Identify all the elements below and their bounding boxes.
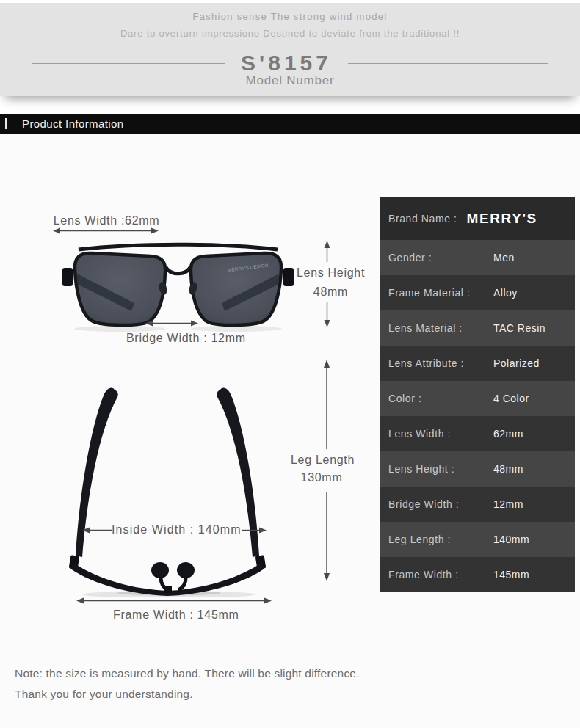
model-code-row: S'8157	[0, 50, 580, 76]
row-label: Leg Length :	[380, 534, 451, 545]
row-value: 145mm	[493, 569, 529, 580]
frame-width-annotation: Frame Width : 145mm	[113, 608, 238, 622]
lens-height-label: Lens Height	[296, 266, 366, 280]
lens-width-arrow-icon	[53, 226, 159, 236]
inside-width-annotation: Inside Width : 140mm	[112, 523, 240, 536]
model-banner: Fashion sense The strong wind model Dare…	[0, 3, 580, 96]
brand-label: Brand Name :	[380, 213, 457, 225]
row-value: 12mm	[493, 498, 523, 510]
row-label: Color :	[380, 393, 421, 404]
product-information-content: Lens Width :62mm Lens Height 48mm	[0, 134, 580, 728]
inside-width-arrow-left-icon	[82, 525, 112, 535]
divider-line-right	[348, 63, 548, 64]
row-label: Gender :	[380, 252, 432, 263]
table-row: Frame Material : Alloy	[380, 275, 575, 310]
table-row: Color : 4 Color	[380, 381, 575, 416]
inside-width-arrow-right-icon	[242, 525, 267, 535]
table-row: Lens Attribute : Polarized	[380, 346, 575, 381]
row-value: 62mm	[493, 428, 523, 440]
row-label: Frame Material :	[380, 287, 471, 299]
table-row: Gender : Men	[380, 240, 575, 275]
row-label: Lens Width :	[380, 428, 451, 440]
table-row: Lens Material : TAC Resin	[380, 310, 575, 346]
row-value: 4 Color	[493, 393, 529, 404]
frame-width-arrow-icon	[76, 596, 272, 605]
row-value: 48mm	[493, 463, 523, 475]
table-row: Lens Width : 62mm	[380, 416, 575, 451]
banner-tagline-2: Dare to overturn impressiono Destined to…	[0, 28, 580, 39]
note-line-1: Note: the size is measured by hand. Ther…	[15, 667, 360, 680]
product-page: Fashion sense The strong wind model Dare…	[0, 0, 580, 728]
leg-length-arrow-icon	[322, 360, 332, 581]
model-number-label: Model Number	[0, 73, 580, 88]
spec-table: Brand Name : MERRY'S Gender : Men Frame …	[380, 197, 575, 592]
bridge-width-arrow-icon	[145, 318, 198, 328]
bridge-width-annotation: Bridge Width : 12mm	[126, 332, 233, 345]
model-code: S'8157	[241, 51, 332, 76]
row-value: 140mm	[493, 534, 529, 545]
sunglasses-top-view-image	[57, 381, 292, 597]
table-row: Leg Length : 140mm	[380, 522, 575, 557]
leg-length-value: 130mm	[291, 471, 352, 484]
row-value: Alloy	[493, 287, 518, 299]
lens-height-value: 48mm	[296, 285, 366, 299]
row-label: Frame Width :	[380, 569, 459, 580]
row-label: Bridge Width :	[380, 498, 459, 510]
divider-line-left	[32, 63, 225, 64]
section-tick-icon	[5, 118, 7, 129]
row-label: Lens Attribute :	[380, 357, 464, 369]
table-row: Lens Height : 48mm	[380, 451, 575, 487]
leg-length-label: Leg Length	[291, 454, 352, 467]
row-value: TAC Resin	[493, 322, 545, 334]
lens-height-arrow-down-icon	[322, 302, 332, 327]
lens-height-arrow-up-icon	[322, 241, 332, 262]
note-line-2: Thank you for your understanding.	[15, 688, 193, 701]
row-value: Polarized	[493, 357, 540, 369]
table-row-brand: Brand Name : MERRY'S	[380, 197, 575, 240]
table-row: Frame Width : 145mm	[380, 557, 575, 592]
section-header-bar: Product Information	[0, 114, 580, 134]
banner-tagline-1: Fashion sense The strong wind model	[0, 11, 580, 22]
row-label: Lens Material :	[380, 322, 463, 334]
row-value: Men	[493, 252, 515, 263]
row-label: Lens Height :	[380, 463, 454, 475]
section-title: Product Information	[22, 117, 124, 130]
table-row: Bridge Width : 12mm	[380, 487, 575, 522]
brand-logo-text: MERRY'S	[467, 211, 537, 226]
